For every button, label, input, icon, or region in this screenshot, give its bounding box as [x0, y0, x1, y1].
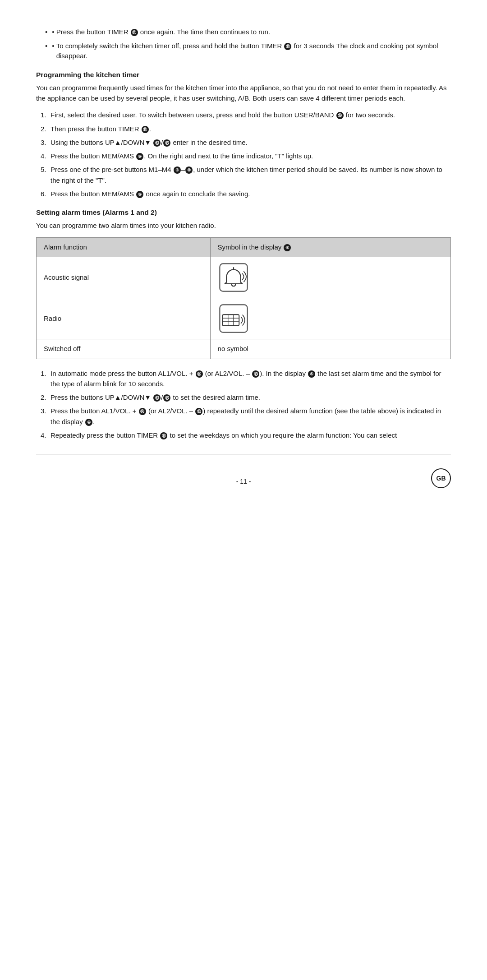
- step2-1-num: 1.: [41, 368, 51, 379]
- page-footer: - 11 - GB: [36, 477, 451, 486]
- bullet-marker: •: [52, 27, 56, 37]
- radio-icon: [218, 303, 249, 334]
- acoustic-label: Acoustic signal: [44, 273, 89, 283]
- step2-3: 3. Press the button AL1/VOL. + ⑭ (or AL2…: [41, 406, 451, 427]
- table-row-off: Switched off no symbol: [37, 339, 450, 359]
- circled-11c: ⑪: [142, 126, 149, 133]
- radio-label: Radio: [44, 314, 61, 324]
- step2-4-text: Repeatedly press the button TIMER ⑪ to s…: [51, 430, 397, 440]
- step1-5-num: 5.: [41, 164, 51, 175]
- circled-11d: ⑪: [160, 432, 167, 439]
- step2-2-num: 2.: [41, 392, 51, 402]
- circled-14b: ⑭: [139, 408, 146, 415]
- table-header-row: Alarm function Symbol in the display ④: [37, 238, 450, 258]
- table-header-col2: Symbol in the display ④: [211, 238, 450, 257]
- circled-13b: ⑬: [195, 408, 202, 415]
- bullet-text-1: Press the button TIMER ⑪ once again. The…: [56, 27, 270, 37]
- step1-6-num: 6.: [41, 189, 51, 199]
- svg-rect-3: [222, 314, 239, 326]
- table-row-radio: Radio: [37, 298, 450, 339]
- circled-19b: ⑲: [153, 394, 161, 402]
- circled-4a: ④: [308, 370, 315, 378]
- step1-2-text: Then press the button TIMER ⑪.: [51, 124, 151, 134]
- bullet-item-2: • To completely switch the kitchen timer…: [36, 41, 451, 61]
- step2-1: 1. In automatic mode press the button AL…: [41, 368, 451, 389]
- step2-4: 4. Repeatedly press the button TIMER ⑪ t…: [41, 430, 451, 440]
- circled-11b: ⑪: [284, 43, 291, 50]
- circled-18a: ⑱: [163, 139, 170, 147]
- step1-2-num: 2.: [41, 124, 51, 134]
- circled-15: ⑮: [336, 112, 344, 119]
- table-header-col1-label: Alarm function: [44, 242, 87, 253]
- bell-icon: [218, 262, 249, 293]
- circled-9b: ⑨: [136, 191, 143, 198]
- step1-4-num: 4.: [41, 151, 51, 161]
- circled-14a: ⑭: [196, 370, 203, 378]
- intro-bullets: • Press the button TIMER ⑪ once again. T…: [36, 27, 451, 61]
- step1-1-num: 1.: [41, 110, 51, 120]
- alarm-table: Alarm function Symbol in the display ④ A…: [36, 237, 451, 359]
- step2-2-text: Press the buttons UP▲/DOWN▼ ⑲/⑱ to set t…: [51, 392, 260, 402]
- step1-4: 4. Press the button MEM/AMS ⑨. On the ri…: [41, 151, 451, 161]
- section2-body: You can programme two alarm times into y…: [36, 220, 451, 231]
- circled-11a: ⑪: [131, 29, 138, 36]
- step1-5: 5. Press one of the pre-set buttons M1–M…: [41, 164, 451, 185]
- table-header-col1: Alarm function: [37, 238, 211, 257]
- step1-5-text: Press one of the pre-set buttons M1–M4 ⑤…: [51, 164, 451, 185]
- bullet-marker-2: •: [52, 41, 56, 51]
- step1-2: 2. Then press the button TIMER ⑪.: [41, 124, 451, 134]
- bullet-item-1: • Press the button TIMER ⑪ once again. T…: [36, 27, 451, 37]
- circled-8: ⑧: [185, 166, 193, 174]
- section1-heading: Programming the kitchen timer: [36, 69, 451, 80]
- step1-6-text: Press the button MEM/AMS ⑨ once again to…: [51, 189, 250, 199]
- circled-18b: ⑱: [163, 394, 170, 402]
- circled-4-header: ④: [284, 244, 291, 251]
- step1-3-text: Using the buttons UP▲/DOWN▼ ⑲/⑱ enter in…: [51, 137, 248, 148]
- circled-5: ⑤: [174, 166, 181, 174]
- circled-19a: ⑲: [153, 139, 161, 147]
- step1-6: 6. Press the button MEM/AMS ⑨ once again…: [41, 189, 451, 199]
- table-cell-off-label: Switched off: [37, 339, 211, 359]
- page-number: - 11 -: [236, 477, 251, 486]
- off-label: Switched off: [44, 344, 80, 354]
- step1-1-text: First, select the desired user. To switc…: [51, 110, 395, 120]
- table-row-acoustic: Acoustic signal: [37, 257, 450, 298]
- section1-body: You can programme frequently used times …: [36, 83, 451, 104]
- step1-4-text: Press the button MEM/AMS ⑨. On the right…: [51, 151, 313, 161]
- step2-2: 2. Press the buttons UP▲/DOWN▼ ⑲/⑱ to se…: [41, 392, 451, 402]
- circled-4b: ④: [85, 419, 92, 426]
- table-header-col2-label: Symbol in the display ④: [218, 242, 292, 253]
- step2-4-num: 4.: [41, 430, 51, 440]
- step2-3-num: 3.: [41, 406, 51, 416]
- table-cell-off-value: no symbol: [211, 339, 450, 359]
- steps2-list: 1. In automatic mode press the button AL…: [36, 368, 451, 441]
- bullet-text-2: To completely switch the kitchen timer o…: [56, 41, 451, 61]
- table-cell-acoustic-label: Acoustic signal: [37, 257, 211, 298]
- table-cell-radio-label: Radio: [37, 298, 211, 339]
- table-cell-radio-icon: [211, 298, 450, 339]
- gb-badge: GB: [431, 468, 451, 488]
- step1-3-num: 3.: [41, 137, 51, 148]
- footer-divider: - 11 - GB: [36, 454, 451, 486]
- circled-9a: ⑨: [136, 153, 143, 160]
- step2-1-text: In automatic mode press the button AL1/V…: [51, 368, 451, 389]
- section2-heading: Setting alarm times (Alarms 1 and 2): [36, 207, 451, 217]
- off-value: no symbol: [218, 344, 248, 354]
- circled-13a: ⑬: [252, 370, 259, 378]
- table-cell-acoustic-icon: [211, 257, 450, 298]
- steps1-list: 1. First, select the desired user. To sw…: [36, 110, 451, 199]
- step1-3: 3. Using the buttons UP▲/DOWN▼ ⑲/⑱ enter…: [41, 137, 451, 148]
- step2-3-text: Press the button AL1/VOL. + ⑭ (or AL2/VO…: [51, 406, 451, 427]
- step1-1: 1. First, select the desired user. To sw…: [41, 110, 451, 120]
